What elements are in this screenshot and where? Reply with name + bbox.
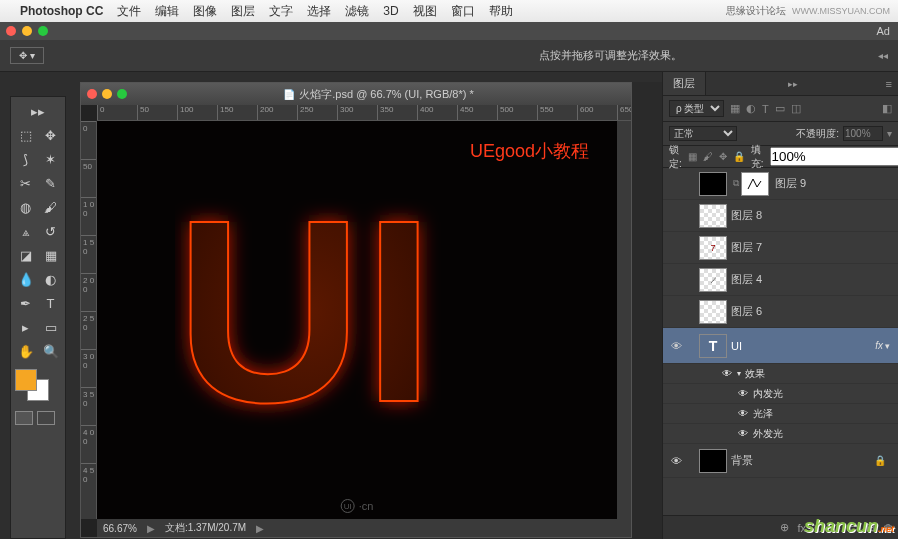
fx-indicator[interactable]: fx <box>875 340 883 351</box>
filter-kind-select[interactable]: ρ 类型 <box>669 100 724 117</box>
healing-tool[interactable]: ◍ <box>13 195 38 219</box>
filter-type-icon[interactable]: T <box>762 103 769 115</box>
vertical-scrollbar[interactable] <box>617 121 631 519</box>
delete-layer-icon[interactable]: 🗑 <box>883 522 894 534</box>
layer-name[interactable]: 图层 7 <box>731 240 894 255</box>
marquee-tool[interactable]: ⬚ <box>13 123 38 147</box>
lock-pos-icon[interactable]: ✥ <box>719 151 727 162</box>
shape-tool[interactable]: ▭ <box>38 315 63 339</box>
blur-tool[interactable]: 💧 <box>13 267 38 291</box>
menu-view[interactable]: 视图 <box>413 3 437 20</box>
layer-name[interactable]: 图层 9 <box>775 176 894 191</box>
fx-visibility-toggle[interactable]: 👁 <box>733 428 753 439</box>
quickmask-icon[interactable] <box>15 411 33 425</box>
layer-mask-thumb[interactable] <box>741 172 769 196</box>
layer-thumb[interactable]: 7 <box>699 236 727 260</box>
menu-image[interactable]: 图像 <box>193 3 217 20</box>
doc-zoom-icon[interactable] <box>117 89 127 99</box>
add-adjustment-icon[interactable]: ◇ <box>832 521 840 534</box>
blend-mode-select[interactable]: 正常 <box>669 126 737 141</box>
type-tool[interactable]: T <box>38 291 63 315</box>
fx-toggle-icon[interactable]: ▾ <box>885 341 890 351</box>
lasso-tool[interactable]: ⟆ <box>13 147 38 171</box>
doc-close-icon[interactable] <box>87 89 97 99</box>
screenmode-icon[interactable] <box>37 411 55 425</box>
layer-thumb[interactable] <box>699 449 727 473</box>
expand-tools-icon[interactable]: ▸▸ <box>13 99 63 123</box>
layer-thumb[interactable] <box>699 204 727 228</box>
doc-minimize-icon[interactable] <box>102 89 112 99</box>
layer-thumb[interactable]: ⟋ <box>699 268 727 292</box>
filter-pixel-icon[interactable]: ▦ <box>730 102 740 115</box>
add-mask-icon[interactable]: ◐ <box>814 521 824 534</box>
lock-paint-icon[interactable]: 🖌 <box>703 151 713 162</box>
layer-thumb[interactable] <box>699 300 727 324</box>
new-group-icon[interactable]: ▭ <box>848 521 858 534</box>
layer-name[interactable]: 背景 <box>731 453 874 468</box>
panel-collapse-icon[interactable]: ▸▸ <box>788 79 798 89</box>
history-brush-tool[interactable]: ↺ <box>38 219 63 243</box>
window-minimize-icon[interactable] <box>22 26 32 36</box>
move-tool[interactable]: ✥ <box>38 123 63 147</box>
filter-smart-icon[interactable]: ◫ <box>791 102 801 115</box>
stamp-tool[interactable]: ⟁ <box>13 219 38 243</box>
menu-filter[interactable]: 滤镜 <box>345 3 369 20</box>
new-layer-icon[interactable]: ⊞ <box>866 521 875 534</box>
fill-input[interactable] <box>770 147 898 166</box>
fx-visibility-toggle[interactable]: 👁 <box>733 408 753 419</box>
window-zoom-icon[interactable] <box>38 26 48 36</box>
background-layer-row[interactable]: 👁 背景 🔒 <box>663 444 898 478</box>
vertical-ruler[interactable]: 0501 0 01 5 02 0 02 5 03 0 03 5 04 0 04 … <box>81 121 97 519</box>
panel-menu-icon[interactable]: ≡ <box>886 78 892 90</box>
eyedropper-tool[interactable]: ✎ <box>38 171 63 195</box>
zoom-tool[interactable]: 🔍 <box>38 339 63 363</box>
magic-wand-tool[interactable]: ✶ <box>38 147 63 171</box>
fx-visibility-toggle[interactable]: 👁 <box>733 388 753 399</box>
dodge-tool[interactable]: ◐ <box>38 267 63 291</box>
collapse-panels-icon[interactable]: ◂◂ <box>878 50 888 61</box>
link-layers-icon[interactable]: ⊕ <box>780 521 789 534</box>
lock-all-icon[interactable]: 🔒 <box>733 151 745 162</box>
canvas[interactable]: UEgood小教程 UI UI UIUI·cn·cn <box>97 121 617 519</box>
menu-window[interactable]: 窗口 <box>451 3 475 20</box>
gradient-tool[interactable]: ▦ <box>38 243 63 267</box>
foreground-color-swatch[interactable] <box>15 369 37 391</box>
color-swatches[interactable] <box>13 369 63 405</box>
type-layer-thumb[interactable]: T <box>699 334 727 358</box>
menu-edit[interactable]: 编辑 <box>155 3 179 20</box>
lock-trans-icon[interactable]: ▦ <box>688 151 697 162</box>
effect-row[interactable]: 👁 内发光 <box>663 384 898 404</box>
layer-name[interactable]: UI <box>731 340 875 352</box>
horizontal-ruler[interactable]: 050100150200250300350400450500550600650 <box>97 105 631 121</box>
path-select-tool[interactable]: ▸ <box>13 315 38 339</box>
effects-header-row[interactable]: 👁 ▾ 效果 <box>663 364 898 384</box>
menu-layer[interactable]: 图层 <box>231 3 255 20</box>
filter-shape-icon[interactable]: ▭ <box>775 102 785 115</box>
layer-name[interactable]: 图层 8 <box>731 208 894 223</box>
layer-row-selected[interactable]: 👁 T UI fx ▾ <box>663 328 898 364</box>
document-titlebar[interactable]: 📄 火焰字.psd @ 66.7% (UI, RGB/8*) * <box>81 83 631 105</box>
pen-tool[interactable]: ✒ <box>13 291 38 315</box>
layer-name[interactable]: 图层 6 <box>731 304 894 319</box>
layer-row[interactable]: ⧉ 图层 9 <box>663 168 898 200</box>
window-close-icon[interactable] <box>6 26 16 36</box>
fx-visibility-toggle[interactable]: 👁 <box>717 368 737 379</box>
menu-3d[interactable]: 3D <box>383 4 398 18</box>
menu-file[interactable]: 文件 <box>117 3 141 20</box>
effect-row[interactable]: 👁 光泽 <box>663 404 898 424</box>
effect-row[interactable]: 👁 外发光 <box>663 424 898 444</box>
zoom-level[interactable]: 66.67% <box>103 523 137 534</box>
layer-row[interactable]: 图层 6 <box>663 296 898 328</box>
layer-row[interactable]: ⟋ 图层 4 <box>663 264 898 296</box>
menu-select[interactable]: 选择 <box>307 3 331 20</box>
layer-row[interactable]: 7 图层 7 <box>663 232 898 264</box>
visibility-toggle[interactable]: 👁 <box>663 455 689 467</box>
visibility-toggle[interactable]: 👁 <box>663 340 689 352</box>
lock-icon[interactable]: 🔒 <box>874 455 886 466</box>
filter-toggle-icon[interactable]: ◧ <box>882 102 892 115</box>
layer-name[interactable]: 图层 4 <box>731 272 894 287</box>
menu-type[interactable]: 文字 <box>269 3 293 20</box>
filter-adjust-icon[interactable]: ◐ <box>746 102 756 115</box>
hand-tool[interactable]: ✋ <box>13 339 38 363</box>
layer-row[interactable]: 图层 8 <box>663 200 898 232</box>
